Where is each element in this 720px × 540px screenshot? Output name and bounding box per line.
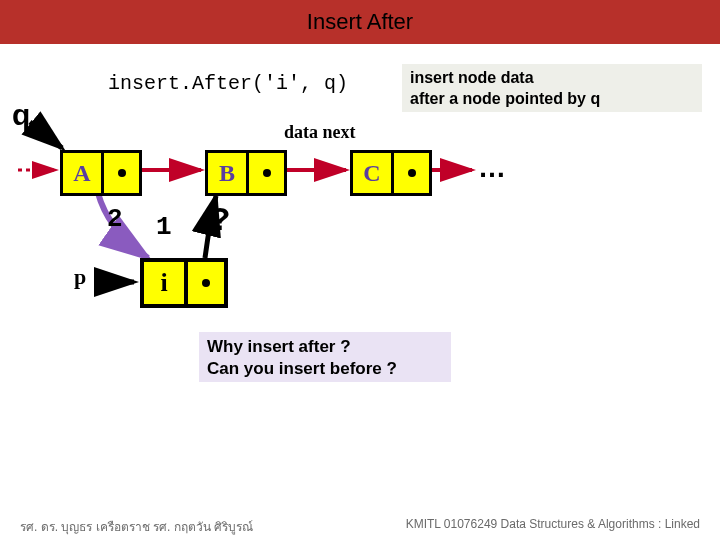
data-next-label: data next	[284, 122, 356, 143]
node-b-next	[246, 153, 284, 193]
node-a-next	[101, 153, 139, 193]
pointer-dot-icon	[118, 169, 126, 177]
node-i: i	[140, 258, 228, 308]
desc-line-1: insert node data	[410, 68, 694, 89]
pointer-dot-icon	[202, 279, 210, 287]
node-c-next	[391, 153, 429, 193]
title-bar: Insert After	[0, 0, 720, 44]
node-i-next	[184, 262, 224, 304]
svg-line-4	[30, 122, 62, 148]
slide-title: Insert After	[307, 9, 413, 35]
pointer-dot-icon	[263, 169, 271, 177]
footer-left: รศ. ดร. บุญธร เครือตราช รศ. กฤตวัน ศิริบ…	[20, 517, 253, 536]
step-2-label: 2	[107, 204, 123, 234]
node-a: A	[60, 150, 142, 196]
node-b: B	[205, 150, 287, 196]
ellipsis-right: …	[478, 152, 506, 184]
pointer-p-label: p	[74, 264, 86, 290]
why-line-1: Why insert after ?	[207, 336, 443, 358]
code-snippet: insert.After('i', q)	[108, 72, 348, 95]
why-box: Why insert after ? Can you insert before…	[199, 332, 451, 382]
pointer-q-label: q	[12, 98, 30, 132]
step-1-label: 1	[156, 212, 172, 242]
description-box: insert node data after a node pointed by…	[402, 64, 702, 112]
step-question-mark: ?	[210, 202, 230, 240]
node-a-data: A	[63, 153, 101, 193]
node-c-data: C	[353, 153, 391, 193]
desc-line-2: after a node pointed by q	[410, 89, 694, 110]
footer: รศ. ดร. บุญธร เครือตราช รศ. กฤตวัน ศิริบ…	[0, 517, 720, 536]
pointer-dot-icon	[408, 169, 416, 177]
footer-right: KMITL 01076249 Data Structures & Algorit…	[406, 517, 700, 536]
node-b-data: B	[208, 153, 246, 193]
why-line-2: Can you insert before ?	[207, 358, 443, 380]
node-i-data: i	[144, 262, 184, 304]
node-c: C	[350, 150, 432, 196]
